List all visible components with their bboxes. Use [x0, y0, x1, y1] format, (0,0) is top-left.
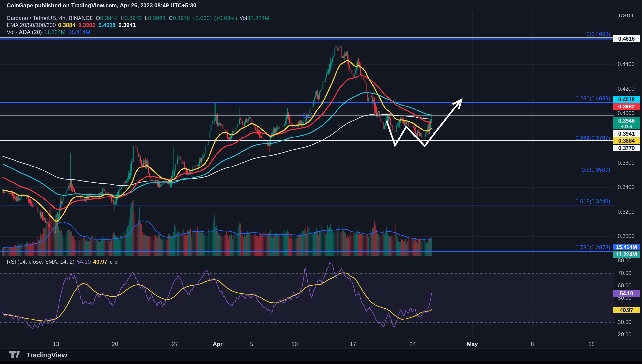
- attribution-text: CoinGape published on TradingView.com, A…: [7, 2, 196, 9]
- price-badge: 0.394640:09: [613, 117, 640, 129]
- price-axis-label: 0.3600: [618, 160, 635, 166]
- price-badge: 0.3941: [613, 130, 640, 137]
- price-axis-label: 0.4400: [618, 61, 635, 68]
- time-axis-label: 20: [112, 341, 118, 348]
- ema-value: 0.3884: [58, 22, 75, 29]
- ohlc-item: H0.3972: [121, 15, 142, 22]
- price-badge: 11.224M: [613, 251, 640, 258]
- time-axis-label: May: [467, 341, 478, 348]
- vol-label: Vol: [240, 15, 247, 22]
- price-badge: 0.3779: [613, 145, 640, 151]
- price-badge: 0.3884: [613, 137, 640, 144]
- countdown-timer: 40:09: [613, 124, 640, 129]
- rsi-value: 54.10: [77, 259, 91, 265]
- time-axis-label: 17: [350, 341, 356, 348]
- rsi-empty-flags: ø ø: [110, 259, 118, 265]
- fib-label: 0.236(0.4089): [575, 95, 610, 102]
- rsi-indicator-label: RSI (14, close, SMA, 14, 2): [7, 259, 75, 265]
- symbol-title: Cardano / TetherUS, 4h, BINANCE: [7, 15, 93, 22]
- fib-label: 0.786(0.2878): [575, 244, 610, 251]
- price-badge: 40.97: [613, 307, 640, 313]
- price-axis-label: 60.00: [618, 282, 632, 289]
- price-axis-label: 0.4200: [618, 86, 635, 92]
- price-axis-label: 0.3000: [618, 233, 635, 240]
- price-axis-label: 0.3200: [618, 209, 635, 215]
- rsi-legend[interactable]: RSI (14, close, SMA, 14, 2) 54.10 40.97 …: [7, 259, 118, 265]
- volume-value: 15.414M: [69, 29, 90, 36]
- price-badge: 54.10: [613, 290, 640, 297]
- fib-label: 0.382(0.3767): [575, 135, 610, 141]
- time-axis-label: 10: [292, 341, 298, 348]
- ohlc-item: O0.3944: [96, 15, 117, 22]
- symbol-legend[interactable]: Cardano / TetherUS, 4h, BINANCE O0.3944H…: [7, 15, 269, 22]
- fib-label: 0.618(0.3248): [575, 198, 610, 205]
- price-axis-label: 30.00: [618, 319, 632, 326]
- footer-bar: TradingView: [0, 348, 642, 362]
- price-badge: 0.4616: [613, 35, 640, 42]
- time-axis-label: 8: [531, 341, 534, 348]
- rsi-sma-value: 40.97: [93, 259, 108, 265]
- price-badge: 0.3982: [613, 103, 640, 110]
- ohlc-item: L0.3928: [145, 15, 165, 22]
- ohlc-values: O0.3944H0.3972L0.3928C0.3946: [96, 15, 190, 22]
- price-axis-label: 0.4000: [618, 110, 635, 117]
- change-value: +0.0001 (+0.03%): [192, 15, 237, 22]
- ohlc-item: C0.3946: [169, 15, 190, 22]
- fib-label: 0(0.4608): [586, 31, 610, 38]
- tradingview-chart-window: CoinGape published on TradingView.com, A…: [0, 0, 642, 364]
- ema-value: 0.3941: [118, 22, 136, 29]
- time-axis-label: Apr: [213, 341, 222, 348]
- bottom-strip: [0, 361, 642, 364]
- volume-indicator-label: Vol · ADA (20): [7, 29, 42, 36]
- ema-value: 0.4018: [98, 22, 115, 29]
- ema-values: 0.38840.39820.40180.3941: [58, 22, 136, 29]
- price-axis-label: 0.3400: [618, 184, 635, 191]
- price-axis-label: 70.00: [618, 270, 632, 277]
- price-badge: 15.414M: [613, 244, 640, 250]
- fib-label: 0.5(0.3507): [582, 167, 610, 173]
- price-axis-label: 20.00: [618, 331, 632, 338]
- chart-plot-area[interactable]: [0, 0, 642, 364]
- time-axis-label: 5: [250, 341, 253, 348]
- price-badge: 0.4018: [613, 96, 640, 103]
- price-axis-label: 80.00: [618, 258, 632, 264]
- ema-label: EMA 20/50/100/200: [7, 22, 56, 29]
- tradingview-logo-icon[interactable]: [9, 350, 22, 360]
- time-axis-label: 13: [53, 341, 59, 348]
- time-axis-label: 15: [589, 341, 595, 348]
- ema-legend[interactable]: EMA 20/50/100/200 0.38840.39820.40180.39…: [7, 22, 136, 29]
- vol-value: 11.224M: [248, 15, 269, 22]
- time-axis-label: 24: [410, 341, 416, 348]
- time-axis-label: 27: [172, 341, 178, 348]
- tradingview-brand-text[interactable]: TradingView: [26, 351, 67, 359]
- volume-value: 11.224M: [44, 29, 66, 36]
- ema-value: 0.3982: [78, 22, 95, 29]
- price-axis-currency: USDT: [613, 13, 640, 19]
- volume-values: 11.224M15.414M: [44, 29, 90, 36]
- volume-legend[interactable]: Vol · ADA (20) 11.224M15.414M: [7, 29, 90, 36]
